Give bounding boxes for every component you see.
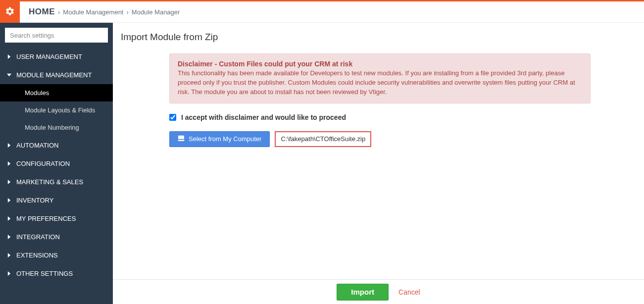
- select-button-label: Select from My Computer: [189, 135, 261, 143]
- selected-file-path: C:\fakepath\CTOfficeSuite.zip: [275, 131, 371, 147]
- sidebar-item-label: MODULE MANAGEMENT: [16, 71, 92, 79]
- sidebar-item-marketing-sales[interactable]: MARKETING & SALES: [0, 173, 113, 191]
- sidebar-item-inventory[interactable]: INVENTORY: [0, 191, 113, 209]
- chevron-right-icon: [7, 161, 11, 166]
- disclaimer-alert: Disclaimer - Custom Files could put your…: [169, 53, 591, 103]
- breadcrumb: HOME › Module Management › Module Manage…: [20, 1, 180, 22]
- breadcrumb-module-manager: Module Manager: [132, 8, 180, 16]
- sidebar-subitem-modules[interactable]: Modules: [0, 84, 113, 101]
- sidebar-subitem-module-numbering[interactable]: Module Numbering: [0, 119, 113, 136]
- chevron-right-icon: [7, 271, 11, 276]
- chevron-right-icon: [7, 54, 11, 59]
- import-button[interactable]: Import: [337, 284, 389, 301]
- cancel-button[interactable]: Cancel: [398, 288, 420, 296]
- search-input[interactable]: [5, 28, 108, 43]
- chevron-right-icon: [7, 180, 11, 184]
- sidebar-item-label: USER MANAGEMENT: [16, 53, 82, 60]
- settings-gear-button[interactable]: [0, 1, 20, 23]
- footer-bar: Import Cancel: [113, 279, 644, 304]
- main-content: Import Module from Zip Disclaimer - Cust…: [113, 23, 644, 304]
- sidebar-item-label: OTHER SETTINGS: [16, 270, 73, 277]
- page-title: Import Module from Zip: [121, 32, 636, 43]
- sidebar-item-user-management[interactable]: USER MANAGEMENT: [0, 48, 113, 66]
- chevron-down-icon: [7, 73, 11, 77]
- chevron-right-icon: [7, 143, 11, 148]
- accept-label[interactable]: I accept with disclaimer and would like …: [181, 113, 346, 121]
- chevron-right-icon: [7, 216, 11, 221]
- gear-icon: [5, 6, 15, 18]
- sidebar-item-label: AUTOMATION: [16, 142, 58, 149]
- sidebar-item-label: MARKETING & SALES: [16, 178, 83, 186]
- breadcrumb-home[interactable]: HOME: [29, 7, 55, 17]
- chevron-right-icon: [7, 198, 11, 203]
- breadcrumb-module-management[interactable]: Module Management: [63, 8, 123, 16]
- sidebar-item-label: CONFIGURATION: [16, 160, 70, 167]
- disclaimer-body: This functionality has been made availab…: [178, 69, 582, 97]
- sidebar-item-integration[interactable]: INTEGRATION: [0, 228, 113, 246]
- select-from-computer-button[interactable]: Select from My Computer: [169, 131, 270, 147]
- laptop-icon: [178, 135, 185, 143]
- header: HOME › Module Management › Module Manage…: [0, 1, 644, 23]
- sidebar-item-extensions[interactable]: EXTENSIONS: [0, 246, 113, 264]
- chevron-right-icon: ›: [126, 8, 128, 16]
- chevron-right-icon: [7, 253, 11, 257]
- sidebar-item-label: INTEGRATION: [16, 233, 60, 241]
- chevron-right-icon: ›: [58, 8, 60, 16]
- accept-checkbox[interactable]: [169, 114, 176, 121]
- sidebar-item-configuration[interactable]: CONFIGURATION: [0, 154, 113, 173]
- sidebar-item-my-preferences[interactable]: MY PREFERENCES: [0, 209, 113, 228]
- sidebar-item-label: INVENTORY: [16, 197, 53, 204]
- disclaimer-title: Disclaimer - Custom Files could put your…: [178, 60, 582, 68]
- sidebar-item-other-settings[interactable]: OTHER SETTINGS: [0, 264, 113, 283]
- sidebar-subitem-module-layouts[interactable]: Module Layouts & Fields: [0, 101, 113, 119]
- sidebar-item-module-management[interactable]: MODULE MANAGEMENT: [0, 66, 113, 84]
- sidebar-item-automation[interactable]: AUTOMATION: [0, 136, 113, 154]
- chevron-right-icon: [7, 235, 11, 239]
- sidebar-item-label: MY PREFERENCES: [16, 215, 76, 222]
- sidebar: USER MANAGEMENT MODULE MANAGEMENT Module…: [0, 23, 113, 304]
- sidebar-item-label: EXTENSIONS: [16, 252, 58, 259]
